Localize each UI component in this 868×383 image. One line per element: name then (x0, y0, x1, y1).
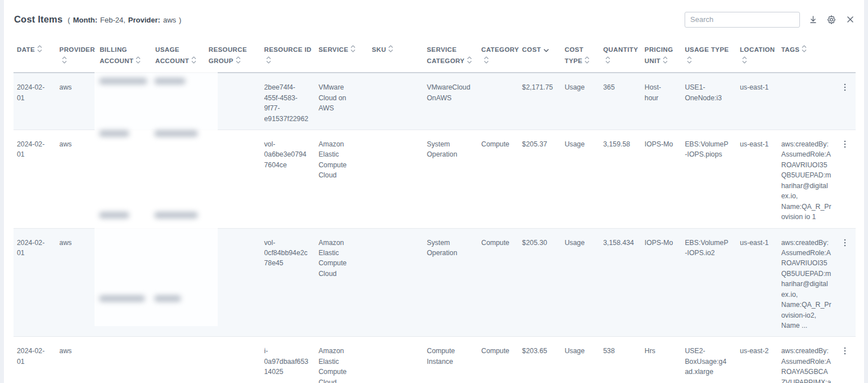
cell-cost: $2,171.75 (519, 73, 561, 130)
col-header-cost-type[interactable]: COST TYPE (561, 39, 600, 73)
month-label: Month: (73, 16, 97, 24)
cell-cost: $205.37 (519, 130, 561, 229)
col-header-date[interactable]: DATE (14, 39, 56, 73)
cell-cost-type: Usage (561, 337, 600, 383)
cell-tags (778, 73, 838, 130)
kebab-icon (844, 239, 846, 247)
close-icon (846, 15, 854, 24)
cell-location: us-east-2 (736, 337, 778, 383)
cell-tags: aws:createdBy:AssumedRole:AROAYA5GBCAZVU… (778, 337, 838, 383)
cost-items-table-wrap: DATE PROVIDER BILLING ACCOUNT USAGE ACCO… (14, 39, 856, 383)
col-header-billing-account[interactable]: BILLING ACCOUNT (96, 39, 152, 73)
cell-provider: aws (56, 73, 97, 130)
col-header-actions (838, 39, 856, 73)
col-header-category[interactable]: CATEGORY (478, 39, 519, 73)
sort-icon (388, 45, 393, 52)
sort-icon (62, 56, 67, 64)
cell-provider: aws (56, 228, 97, 337)
col-header-quantity[interactable]: QUANTITY (600, 39, 641, 73)
filter-summary: ( Month: Feb-24, Provider: aws ) (68, 16, 181, 24)
redacted-billing-account (99, 130, 129, 137)
search-input[interactable] (685, 12, 800, 28)
title-area: Cost Items ( Month: Feb-24, Provider: aw… (14, 14, 181, 25)
col-header-provider[interactable]: PROVIDER (56, 39, 97, 73)
sort-icon (350, 45, 356, 52)
provider-value: aws (163, 16, 176, 24)
col-header-sku[interactable]: SKU (368, 39, 424, 73)
row-menu-button[interactable] (842, 238, 848, 250)
sort-icon (484, 56, 489, 64)
cell-resource-id: i-0a97dbaaf65314025 (260, 337, 315, 383)
col-header-pricing-unit[interactable]: PRICING UNIT (641, 39, 682, 73)
cell-usage-type: USE1-OneNode:i3 (681, 73, 736, 130)
redacted-usage-account (154, 212, 198, 219)
cell-actions (838, 73, 856, 130)
cell-location: us-east-1 (736, 73, 778, 130)
cell-service-category: System Operation (424, 130, 478, 229)
col-header-resource-id[interactable]: RESOURCE ID (260, 39, 315, 73)
cell-sku (368, 228, 424, 337)
kebab-icon (844, 83, 846, 91)
col-header-service-category[interactable]: SERVICE CATEGORY (424, 39, 478, 73)
row-menu-button[interactable] (842, 82, 848, 94)
cell-quantity: 538 (600, 337, 641, 383)
cost-items-panel: Cost Items ( Month: Feb-24, Provider: aw… (4, 0, 864, 383)
cell-cost: $205.30 (519, 228, 561, 337)
toolbar (685, 12, 856, 28)
redacted-billing-account (99, 78, 147, 84)
col-header-usage-type[interactable]: USAGE TYPE (681, 39, 736, 73)
download-button[interactable] (807, 14, 818, 25)
row-menu-button[interactable] (842, 346, 848, 358)
panel-header: Cost Items ( Month: Feb-24, Provider: aw… (4, 0, 864, 32)
cell-service-category: System Operation (424, 228, 478, 337)
cell-date: 2024-02-01 (14, 130, 56, 229)
col-header-tags[interactable]: TAGS (778, 39, 838, 73)
col-header-usage-account[interactable]: USAGE ACCOUNT (152, 39, 205, 73)
cell-sku (368, 130, 424, 229)
redacted-billing-account (99, 212, 129, 219)
col-header-service[interactable]: SERVICE (315, 39, 368, 73)
redaction-overlay (95, 69, 218, 326)
cell-usage-type: EBS:VolumeP-IOPS.piops (681, 130, 736, 229)
cell-location: us-east-1 (736, 130, 778, 229)
cell-sku (368, 73, 424, 130)
redacted-usage-account (154, 130, 198, 137)
cell-resource-id: 2bee74f4-455f-4583-9f77-e91537f22962 (260, 73, 315, 130)
cell-category (478, 73, 519, 130)
cell-pricing-unit: IOPS-Mo (641, 130, 682, 229)
col-header-resource-group[interactable]: RESOURCE GROUP (205, 39, 261, 73)
sort-icon (37, 45, 42, 52)
cell-resource-group (205, 337, 261, 383)
col-header-location[interactable]: LOCATION (736, 39, 778, 73)
cell-service: Amazon Elastic Compute Cloud (315, 130, 368, 229)
sort-icon (584, 56, 590, 64)
row-menu-button[interactable] (842, 139, 848, 151)
sort-icon (742, 56, 747, 64)
settings-button[interactable] (826, 14, 837, 25)
cell-cost-type: Usage (561, 130, 600, 229)
cell-cost-type: Usage (561, 228, 600, 337)
cell-date: 2024-02-01 (14, 228, 56, 337)
cell-category: Compute (478, 337, 519, 383)
redacted-usage-account (154, 78, 186, 84)
sort-icon (687, 56, 692, 64)
cell-date: 2024-02-01 (14, 73, 56, 130)
cell-cost: $203.65 (519, 337, 561, 383)
paren-close: ) (179, 16, 181, 24)
header-row: DATE PROVIDER BILLING ACCOUNT USAGE ACCO… (14, 39, 856, 73)
table-row: 2024-02-01 aws i-0a97dbaaf65314025 Amazo… (14, 337, 856, 383)
sort-icon (605, 56, 610, 64)
cell-service: Amazon Elastic Compute Cloud (315, 228, 368, 337)
col-header-cost[interactable]: COST (519, 39, 561, 73)
sort-icon (191, 56, 196, 64)
close-button[interactable] (844, 14, 856, 25)
redacted-billing-account (99, 295, 145, 302)
cell-tags: aws:createdBy:AssumedRole:AROAVRIUOI35QB… (778, 228, 838, 337)
cell-service: Amazon Elastic Compute Cloud (315, 337, 368, 383)
cell-usage-type: EBS:VolumeP-IOPS.io2 (681, 228, 736, 337)
cell-service: VMware Cloud on AWS (315, 73, 368, 130)
sort-icon (236, 56, 241, 64)
cell-service-category: Compute Instance (424, 337, 478, 383)
cell-usage-type: USE2-BoxUsage:g4ad.xlarge (681, 337, 736, 383)
cell-category: Compute (478, 130, 519, 229)
